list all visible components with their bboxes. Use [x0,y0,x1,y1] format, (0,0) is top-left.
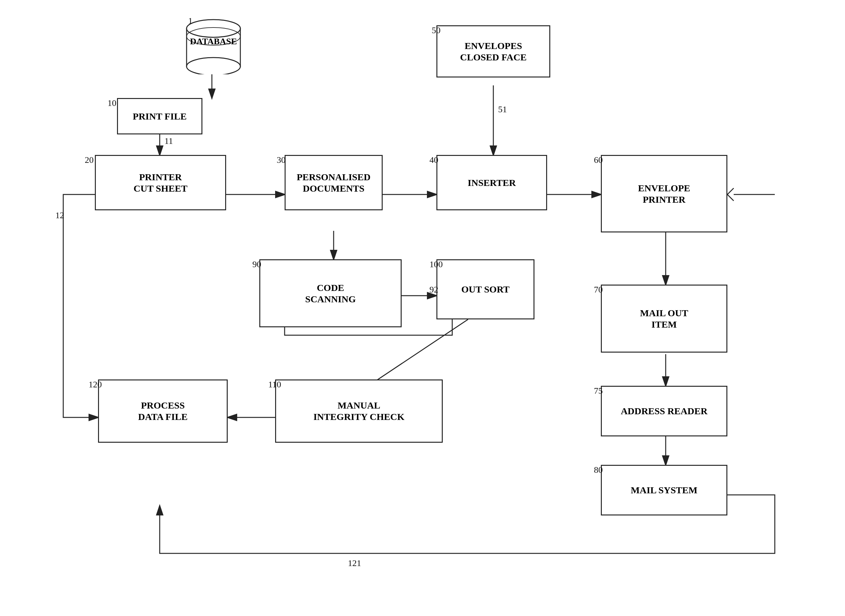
printer-cut-sheet-num: 20 [85,155,94,165]
mail-out-item-num: 70 [594,285,603,295]
mail-system-num: 80 [594,465,603,475]
process-data-file-num: 120 [88,380,102,390]
svg-point-18 [186,20,241,37]
svg-line-12 [364,320,468,389]
arrow-label-11: 11 [164,136,173,146]
personalised-documents-box: PERSONALISEDDOCUMENTS [285,155,383,210]
envelope-printer-box: ENVELOPEPRINTER [601,155,728,232]
printer-cut-sheet-box: PRINTERCUT SHEET [95,155,226,210]
arrow-label-92: 92 [430,285,438,295]
envelopes-closed-face-box: ENVELOPESCLOSED FACE [436,25,550,78]
inserter-box: INSERTER [436,155,547,210]
manual-integrity-check-box: MANUALINTEGRITY CHECK [275,380,443,443]
code-scanning-num: 90 [252,259,261,270]
out-sort-box: OUT SORT [436,259,534,320]
personalised-documents-num: 30 [277,155,286,165]
envelopes-num: 50 [432,25,440,35]
arrow-label-51: 51 [498,104,507,114]
manual-integrity-check-num: 110 [268,380,281,390]
database-num: 1 [188,16,192,26]
arrow-label-121: 121 [348,558,361,568]
inserter-num: 40 [430,155,438,165]
svg-point-19 [186,57,241,74]
code-scanning-box: CODESCANNING [259,259,402,327]
mail-system-box: MAIL SYSTEM [601,465,728,515]
address-reader-num: 75 [594,386,603,396]
out-sort-num: 100 [430,259,443,270]
diagram: DATABASE 1 PRINT FILE 10 11 PRINTERCUT S… [0,0,845,616]
envelope-printer-num: 60 [594,155,603,165]
print-file-num: 10 [107,98,116,108]
address-reader-box: ADDRESS READER [601,386,728,436]
mail-out-item-box: MAIL OUTITEM [601,285,728,353]
database-label: DATABASE [183,37,244,47]
process-data-file-box: PROCESSDATA FILE [98,380,228,443]
arrow-label-12: 12 [55,210,64,220]
print-file-box: PRINT FILE [117,98,202,134]
